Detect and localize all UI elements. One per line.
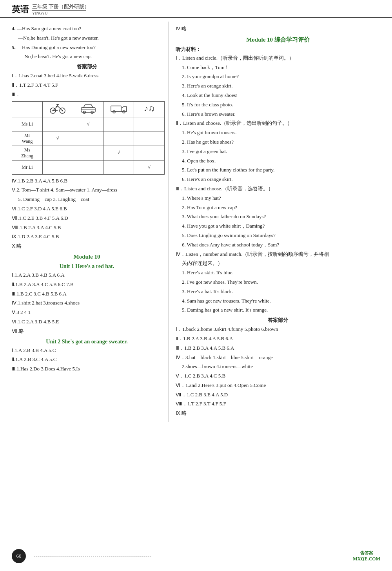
- right-iv-1: 1. Here's a skirt. It's blue.: [176, 269, 380, 277]
- right-iii-1: 1. Where's my hat?: [176, 194, 380, 202]
- right-ii-header: Ⅱ．Listen and choose.（听录音，选出听到的句子。）: [176, 119, 380, 128]
- right-ii-4: 4. Open the box.: [176, 157, 380, 165]
- section-v-left-b: 5. Daming—cap 3. Lingling—coat: [12, 195, 162, 204]
- table-cell-msli-label: Ms Li: [12, 117, 43, 131]
- table-cell-mrwang-car: [73, 131, 103, 146]
- module10-title-left: Module 10: [12, 254, 162, 260]
- listening-header: 听力材料：: [176, 46, 380, 53]
- right-iii-6: 6. What does Amy have at school today，Sa…: [176, 241, 380, 249]
- section-vi-left: Ⅵ.1.C 2.F 3.D 4.A 5.E 6.B: [12, 205, 162, 213]
- right-ans-vii: Ⅶ．1.C 2.B 3.E 4.A 5.D: [176, 391, 380, 399]
- right-ans-iv-b: 2.shoes—brown 4.trousers—white: [176, 363, 380, 371]
- table-row-msli: Ms Li √: [12, 117, 165, 131]
- answer-header-right: 答案部分: [176, 317, 380, 324]
- svg-point-15: [113, 111, 115, 113]
- page-footer: 60 告答案 MXQE.COM: [12, 549, 380, 563]
- table-header-truck: [103, 101, 134, 117]
- watermark-url: MXQE.COM: [353, 556, 380, 562]
- section-iii-label: Ⅲ．: [12, 91, 162, 99]
- table-cell-mrwang-music: [134, 131, 165, 146]
- right-iv-4: 4. Sam has got new trousers. They're whi…: [176, 297, 380, 305]
- table-cell-msli-truck: [103, 117, 134, 131]
- unit1-ii: Ⅱ.1.B 2.A 3.A 4.C 5.B 6.C 7.B: [12, 281, 162, 289]
- unit1-vii: Ⅶ.略: [12, 327, 162, 336]
- table-cell-mrli-music: √: [134, 160, 165, 174]
- watermark-top: 告答案: [360, 550, 373, 556]
- right-ans-viii: Ⅷ．1.T 2.F 3.T 4.F 5.F: [176, 400, 380, 408]
- section-viii-left: Ⅷ.1.B 2.A 3.A 4.C 5.B: [12, 224, 162, 232]
- right-ans-vi: Ⅵ．1.and 2.Here's 3.put on 4.Open 5.Come: [176, 381, 380, 390]
- unit1-iii: Ⅲ.1.B 2.C 3.C 4.B 5.B 6.A: [12, 290, 162, 298]
- table-cell-mrli-bicycle: [42, 160, 73, 174]
- q5-line1: 5. —Has Daming got a new sweater too?: [12, 44, 162, 52]
- right-iv-2: 2. I've got new shoes. They're brown.: [176, 278, 380, 286]
- table-row-mszhang: MsZhang √: [12, 146, 165, 160]
- right-i-3: 3. Here's an orange skirt.: [176, 82, 380, 90]
- table-row-mrli: Mr Li √: [12, 160, 165, 174]
- pinyin-label: YINGYU: [32, 10, 86, 15]
- table-cell-mszhang-music: [134, 146, 165, 160]
- right-iii-2: 2. Has Tom got a new cap?: [176, 204, 380, 212]
- table-cell-mrwang-bicycle: √: [42, 131, 73, 146]
- right-ans-iii: Ⅲ．1.B 2.B 3.A 4.A 5.B 6.A: [176, 344, 380, 352]
- unit1-title: Unit 1 Here's a red hat.: [12, 263, 162, 270]
- right-iv-5: 5. Daming has got a new shirt. It's oran…: [176, 306, 380, 314]
- table-cell-mszhang-bicycle: [42, 146, 73, 160]
- svg-text:♪♫: ♪♫: [144, 103, 155, 113]
- right-ans-i: Ⅰ．1.back 2.home 3.skirt 4.funny 5.photo …: [176, 325, 380, 334]
- subject-title: 英语: [12, 4, 29, 15]
- table-row-mrwang: MrWang √: [12, 131, 165, 146]
- right-ii-3: 3. I've got a green hat.: [176, 148, 380, 156]
- unit2-ii: Ⅱ.1.A 2.B 3.C 4.A 5.C: [12, 356, 162, 364]
- right-iv-3: 3. Here's a hat. It's black.: [176, 288, 380, 296]
- table-header-music: ♪♫: [134, 101, 165, 117]
- main-content: 4. —Has Sam got a new coat too? —No,he h…: [0, 18, 392, 426]
- table-header-bicycle: [42, 101, 73, 117]
- q4-line1: 4. —Has Sam got a new coat too?: [12, 25, 162, 33]
- right-i-6: 6. Here's a brown sweater.: [176, 110, 380, 119]
- section-x-left: Ⅹ.略: [12, 242, 162, 250]
- table-cell-mrli-truck: [103, 160, 134, 174]
- unit1-v: Ⅴ.3 2 4 1: [12, 308, 162, 317]
- right-iv-header: Ⅳ．Listen，number and match.（听录音，按听到的顺序编号，…: [176, 250, 380, 259]
- svg-point-16: [123, 111, 125, 113]
- unit2-title: Unit 2 She's got an orange sweater.: [12, 339, 162, 345]
- answer-table: ♪♫ Ms Li √ MrWang √: [12, 101, 165, 175]
- module10-comprehensive-title: Module 10 综合学习评价: [176, 36, 380, 44]
- left-column: 4. —Has Sam got a new coat too? —No,he h…: [0, 22, 169, 422]
- right-iii-5: 5. Does Lingling go swimming on Saturday…: [176, 232, 380, 240]
- section-ii: Ⅱ．1.T 2.F 3.T 4.T 5.F: [12, 81, 162, 89]
- table-cell-msli-car: √: [73, 117, 103, 131]
- right-iv-note: 关内容连起来。）: [176, 259, 380, 268]
- question-5: 5. —Has Daming got a new sweater too? — …: [12, 44, 162, 61]
- right-ans-ii: Ⅱ．1.B 2.A 3.B 4.A 5.B 6.A: [176, 335, 380, 343]
- right-ii-1: 1. He's got brown trousers.: [176, 129, 380, 137]
- unit1-i: Ⅰ.1.A 2.A 3.B 4.B 5.A 6.A: [12, 271, 162, 279]
- right-i-4: 4. Look at the funny shoes!: [176, 91, 380, 100]
- right-column: Ⅳ.略 Module 10 综合学习评价 听力材料： Ⅰ．Listen and …: [169, 22, 388, 422]
- section-v-left-a: Ⅴ.2. Tom—T-shirt 4. Sam—sweater 1. Amy—d…: [12, 186, 162, 194]
- right-i-1: 1. Come back，Tom！: [176, 64, 380, 72]
- table-cell-mrli-label: Mr Li: [12, 160, 43, 174]
- unit2-i: Ⅰ.1.A 2.B 3.B 4.A 5.C: [12, 347, 162, 355]
- page-header: 英语 三年级 下册（配外研版） YINGYU: [0, 0, 392, 18]
- right-ii-5: 5. Let's put on the funny clothes for th…: [176, 166, 380, 174]
- q5-line2: — No,he hasn't. He's got a new cap.: [12, 53, 162, 61]
- iv-lue-right: Ⅳ.略: [176, 25, 380, 33]
- answer-header-left: 答案部分: [12, 63, 162, 70]
- table-cell-msli-bicycle: [42, 117, 73, 131]
- right-iii-3: 3. What does your father do on Sundays?: [176, 213, 380, 221]
- table-cell-mrwang-truck: [103, 131, 134, 146]
- right-ii-6: 6. Here's an orange skirt.: [176, 175, 380, 184]
- section-ix-left: Ⅸ.1.D 2.A 3.E 4.C 5.B: [12, 233, 162, 241]
- unit1-vi: Ⅵ.1.C 2.A 3.D 4.B 5.E: [12, 318, 162, 326]
- table-header-car: [73, 101, 103, 117]
- right-iii-header: Ⅲ．Listen and choose.（听录音，选答语。）: [176, 185, 380, 193]
- q4-line2: —No,he hasn't. He's got a new sweater.: [12, 34, 162, 42]
- section-iv-left: Ⅳ.1.B 2.B 3.A 4.A 5.B 6.B: [12, 177, 162, 185]
- right-ans-ix: Ⅸ.略: [176, 409, 380, 418]
- section-i: Ⅰ．1.has 2.coat 3.bed 4.line 5.walk 6.dre…: [12, 72, 162, 80]
- table-cell-mszhang-car: [73, 146, 103, 160]
- table-header-empty: [12, 101, 43, 117]
- right-i-2: 2. Is your grandpa at home?: [176, 73, 380, 81]
